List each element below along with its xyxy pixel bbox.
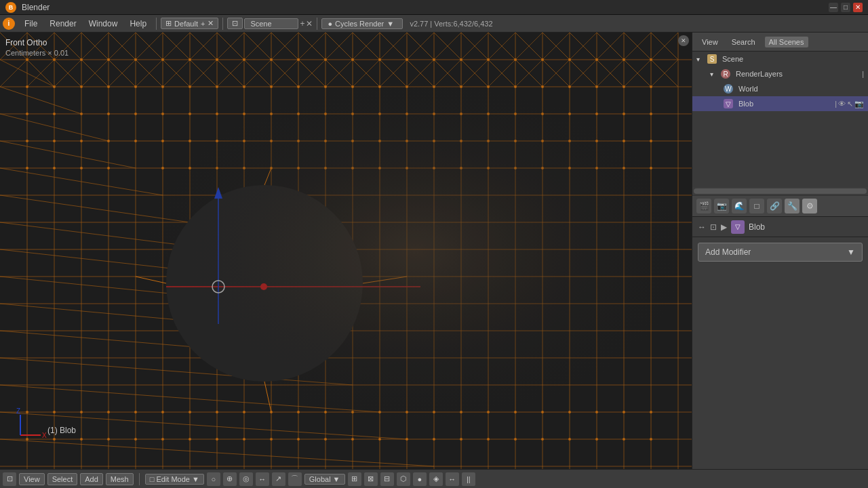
outliner-scrollbar[interactable] (694, 188, 867, 194)
object-transform-icon[interactable]: ↔ (698, 222, 706, 232)
svg-text:Z: Z (16, 408, 20, 415)
animation-icon[interactable]: ↔ (446, 472, 459, 486)
view-menu-button[interactable]: View (19, 473, 45, 485)
render-engine-selector[interactable]: ● Cycles Render ▼ (321, 18, 403, 29)
object-parent-icon[interactable]: ⊡ (710, 222, 717, 232)
render-preview-icon[interactable]: ◈ (429, 472, 443, 486)
viewport[interactable]: Front Ortho Centimeters × 0.01 ✕ (1) Blo… (0, 33, 692, 469)
viewport-close-button[interactable]: ✕ (678, 35, 689, 46)
separator-bottom-1 (139, 473, 140, 485)
blob-label: Blob (738, 100, 753, 108)
object-name-display: Blob (749, 222, 765, 232)
titlebar: B Blender — □ ✕ (0, 0, 868, 15)
menu-render[interactable]: Render (44, 18, 81, 30)
blob-camera-icon[interactable]: 📷 (854, 100, 864, 108)
renderlayer-actions: | (862, 70, 864, 78)
layer-icon-3[interactable]: ⊟ (380, 472, 394, 486)
view-icon-2[interactable]: ● (413, 472, 427, 486)
separator-3 (317, 18, 317, 30)
prop-modifiers-icon[interactable]: 🔧 (785, 199, 800, 214)
scene-type-icon: ⊡ (232, 19, 238, 28)
add-menu-button[interactable]: Add (80, 473, 103, 485)
layer-icon-2[interactable]: ⊠ (364, 472, 378, 486)
add-modifier-arrow: ▼ (847, 247, 855, 257)
proportional-icon[interactable]: ◎ (239, 472, 253, 486)
select-menu-button[interactable]: Select (47, 473, 78, 485)
blob-visibility-icon[interactable]: 👁 (838, 100, 846, 108)
renderlayer-icon: R (721, 69, 730, 79)
curve-icon[interactable]: ⌒ (288, 472, 302, 486)
prop-object-icon[interactable]: □ (749, 199, 764, 214)
prop-data-icon[interactable]: ⚙ (802, 199, 817, 214)
scene-type-selector[interactable]: ⊡ (227, 18, 243, 29)
vertex-mode-icon[interactable]: ○ (207, 472, 220, 486)
layer-icon-1[interactable]: ⊞ (348, 472, 361, 486)
snap-icon[interactable]: ⊕ (223, 472, 237, 486)
layout-grid-icon: ⊞ (165, 19, 172, 28)
object-header: ↔ ⊡ ▶ ▽ Blob (692, 217, 868, 237)
tab-view[interactable]: View (698, 37, 722, 47)
outliner-item-renderlayers[interactable]: ▾ R RenderLayers | (692, 66, 868, 81)
outliner-content: ▾ S Scene ▾ R RenderLayers | W World (692, 52, 868, 187)
global-selector[interactable]: Global ▼ (304, 474, 345, 485)
global-label: Global (309, 475, 331, 483)
menu-window[interactable]: Window (83, 18, 123, 30)
add-modifier-label: Add Modifier (705, 247, 751, 257)
view-icon-1[interactable]: ⬡ (397, 472, 410, 486)
window-controls: — □ ✕ (829, 3, 863, 12)
prop-constraints-icon[interactable]: 🔗 (767, 199, 782, 214)
object-parent-arrow: ▶ (721, 222, 727, 232)
scene-remove-icon[interactable]: ✕ (306, 19, 313, 28)
menubar: i File Render Window Help ⊞ Default + ✕ … (0, 15, 868, 33)
right-panel: View Search All Scenes ▾ S Scene ▾ R Ren… (692, 33, 868, 469)
object-type-icon: ▽ (731, 220, 745, 234)
viewport-background (0, 33, 692, 469)
prop-scene-icon[interactable]: 📷 (714, 199, 729, 214)
renderlayer-label: RenderLayers (736, 70, 783, 78)
layout-selector[interactable]: ⊞ Default + ✕ (161, 18, 218, 29)
outliner-item-blob[interactable]: ▽ Blob | 👁 ↖ 📷 (692, 96, 868, 111)
properties-header: 🎬 📷 🌊 □ 🔗 🔧 ⚙ (692, 195, 868, 217)
info-badge: i (3, 18, 15, 30)
scene-icon: S (707, 54, 717, 64)
scene-label: Scene (722, 55, 743, 63)
scene-selector[interactable]: Scene (244, 18, 298, 29)
outliner-item-scene[interactable]: ▾ S Scene (692, 52, 868, 66)
outliner-item-world[interactable]: W World (692, 81, 868, 96)
tab-search[interactable]: Search (728, 37, 760, 47)
tab-all-scenes[interactable]: All Scenes (765, 37, 808, 47)
svg-rect-333 (0, 33, 692, 469)
maximize-button[interactable]: □ (841, 3, 850, 12)
viewport-object-name: (1) Blob (47, 426, 76, 435)
mesh-menu-button[interactable]: Mesh (106, 473, 134, 485)
mirror-icon[interactable]: ↔ (256, 472, 269, 486)
blender-logo: B (5, 2, 16, 13)
blob-cursor-icon[interactable]: ↖ (847, 100, 853, 108)
renderlayer-action-sep: | (862, 70, 864, 78)
viewport-type-icon[interactable]: ⊡ (3, 472, 16, 486)
outliner-header: View Search All Scenes (692, 33, 868, 52)
prop-world-icon[interactable]: 🌊 (732, 199, 747, 214)
separator-1 (156, 18, 157, 30)
scene-label: Scene (250, 20, 271, 28)
mode-arrow: ▼ (192, 475, 199, 483)
mode-icon: □ (150, 475, 155, 483)
svg-text:X: X (42, 432, 47, 439)
blob-actions: | 👁 ↖ 📷 (835, 100, 864, 108)
version-info: v2.77 | Verts:6,432/6,432 (410, 20, 492, 28)
world-icon: W (724, 84, 733, 94)
render-engine-arrow: ▼ (387, 20, 394, 28)
scene-add-icon[interactable]: + (300, 19, 304, 28)
menu-file[interactable]: File (19, 18, 43, 30)
transform-icon[interactable]: ↗ (272, 472, 285, 486)
prop-render-icon[interactable]: 🎬 (696, 199, 711, 214)
add-modifier-button[interactable]: Add Modifier ▼ (698, 243, 863, 262)
minimize-button[interactable]: — (829, 3, 838, 12)
layout-close-icon: ✕ (208, 19, 214, 28)
menu-help[interactable]: Help (124, 18, 152, 30)
blob-icon: ▽ (724, 99, 733, 108)
app-title: Blender (22, 3, 829, 12)
close-button[interactable]: ✕ (853, 3, 863, 12)
timeline-icon[interactable]: || (462, 472, 475, 486)
edit-mode-selector[interactable]: □ Edit Mode ▼ (145, 474, 204, 485)
